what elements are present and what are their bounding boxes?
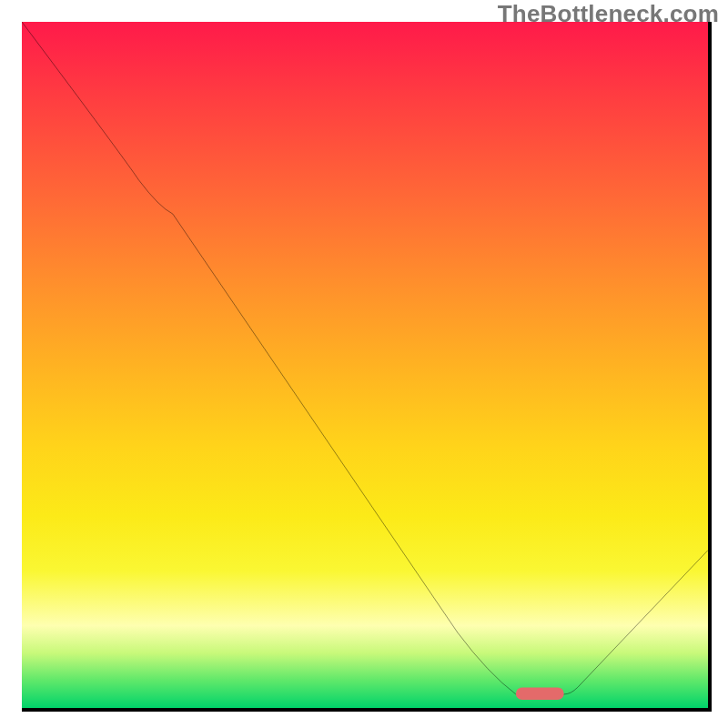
chart-svg [22, 22, 708, 708]
highlight-bar [516, 687, 564, 700]
plot-area [22, 22, 712, 712]
curve-path [22, 22, 708, 694]
chart-frame: TheBottleneck.com [0, 0, 728, 728]
